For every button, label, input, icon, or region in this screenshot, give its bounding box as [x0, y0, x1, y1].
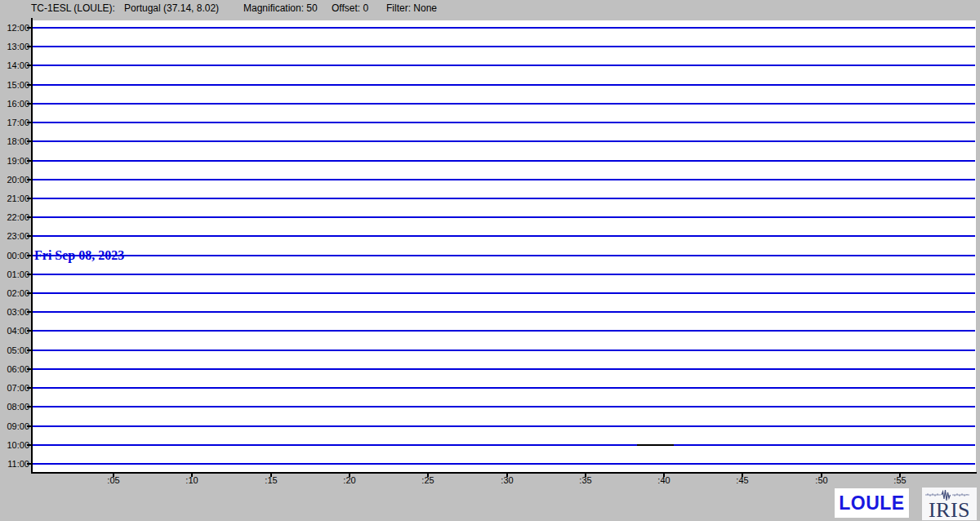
- hour-label: 22:00: [0, 212, 29, 222]
- hour-label: 06:00: [0, 364, 29, 374]
- hour-tick: [27, 330, 31, 332]
- hour-tick: [27, 387, 31, 389]
- hour-tick: [27, 27, 31, 29]
- trace-line: [33, 368, 975, 370]
- hour-tick: [27, 235, 31, 237]
- trace-line: [33, 255, 975, 256]
- hour-label: 09:00: [0, 421, 29, 431]
- hour-label: 04:00: [0, 326, 29, 336]
- hour-label: 02:00: [0, 288, 29, 298]
- hour-label: 20:00: [0, 175, 29, 185]
- hour-label: 19:00: [0, 156, 29, 166]
- hour-label: 12:00: [0, 23, 29, 33]
- trace-line: [33, 274, 975, 275]
- hour-tick: [27, 65, 31, 66]
- trace-line: [33, 140, 975, 142]
- trace-line: [33, 160, 975, 162]
- station-location: Portugal (37.14, 8.02): [124, 2, 219, 14]
- hour-label: 16:00: [0, 99, 29, 109]
- hour-tick: [27, 160, 31, 162]
- trace-line: [33, 444, 975, 446]
- minute-label: :25: [414, 475, 442, 485]
- trace-line: [33, 292, 975, 294]
- iris-logo[interactable]: IRIS: [922, 488, 977, 520]
- trace-line: [33, 235, 975, 237]
- minute-label: :45: [728, 475, 756, 485]
- trace-line: [33, 198, 975, 199]
- trace-line: [33, 311, 975, 313]
- seismogram-trace-right: [952, 494, 969, 497]
- station-name-badge[interactable]: LOULE: [835, 488, 909, 518]
- minute-label: :05: [100, 475, 127, 485]
- hour-label: 08:00: [0, 402, 29, 412]
- hour-tick: [27, 406, 31, 407]
- hour-tick: [27, 84, 31, 86]
- hour-tick: [27, 179, 31, 180]
- hour-label: 01:00: [0, 269, 29, 279]
- station-id: TC-1ESL (LOULE):: [31, 2, 115, 14]
- trace-line: [33, 425, 975, 427]
- iris-logo-graphic: IRIS: [922, 488, 977, 520]
- minute-label: :20: [336, 475, 363, 485]
- trace-line: [33, 463, 975, 465]
- hour-label: 11:00: [0, 459, 29, 469]
- hour-label: 21:00: [0, 194, 29, 203]
- hour-tick: [27, 274, 31, 275]
- station-monitor-window: { "header": { "station": "TC-1ESL (LOULE…: [0, 0, 980, 521]
- trace-line: [33, 103, 975, 105]
- magnification-value: Magnification: 50: [243, 2, 318, 14]
- hour-label: 03:00: [0, 307, 29, 317]
- date-annotation: Fri Sep 08, 2023: [34, 247, 124, 264]
- hour-label: 07:00: [0, 383, 29, 393]
- hour-tick: [27, 103, 31, 105]
- hour-label: 18:00: [0, 136, 29, 146]
- hour-label: 13:00: [0, 42, 29, 51]
- trace-line: [33, 65, 975, 66]
- hour-label: 14:00: [0, 60, 29, 70]
- hour-tick: [27, 198, 31, 199]
- helicorder-plot-area[interactable]: [33, 20, 976, 472]
- minute-label: :10: [178, 475, 206, 485]
- hour-label: 00:00: [0, 251, 29, 260]
- trace-line: [33, 27, 975, 29]
- minute-label: :35: [572, 475, 599, 485]
- hour-tick: [27, 311, 31, 313]
- hour-tick: [27, 46, 31, 47]
- hour-tick: [27, 216, 31, 218]
- hour-label: 15:00: [0, 80, 29, 90]
- trace-line: [33, 216, 975, 218]
- hour-tick: [27, 255, 31, 256]
- trace-line: [33, 179, 975, 180]
- hour-tick: [27, 368, 31, 370]
- hour-label: 23:00: [0, 231, 29, 241]
- minute-label: :55: [886, 475, 914, 485]
- offset-value: Offset: 0: [332, 2, 368, 14]
- minute-label: :30: [493, 475, 521, 485]
- hour-label: 17:00: [0, 118, 29, 127]
- hour-tick: [27, 425, 31, 427]
- trace-line: [33, 122, 975, 123]
- seismogram-trace-left: [925, 494, 941, 497]
- trace-line: [33, 330, 975, 332]
- hour-tick: [27, 444, 31, 446]
- x-axis-line: [31, 472, 977, 474]
- hour-tick: [27, 292, 31, 294]
- trace-line: [33, 406, 975, 407]
- hour-tick: [27, 463, 31, 465]
- hour-tick: [27, 350, 31, 351]
- hour-tick: [27, 122, 31, 123]
- trace-line: [33, 46, 975, 47]
- filter-value: Filter: None: [386, 2, 437, 14]
- trace-line: [33, 350, 975, 351]
- hour-tick: [27, 140, 31, 142]
- minute-label: :15: [257, 475, 285, 485]
- minute-label: :50: [808, 475, 835, 485]
- hour-label: 05:00: [0, 345, 29, 355]
- trace-line: [33, 387, 975, 389]
- minute-label: :40: [650, 475, 678, 485]
- hour-label: 10:00: [0, 440, 29, 450]
- trace-line: [33, 84, 975, 86]
- trace-black-segment: [637, 444, 674, 446]
- iris-logo-text: IRIS: [929, 498, 970, 520]
